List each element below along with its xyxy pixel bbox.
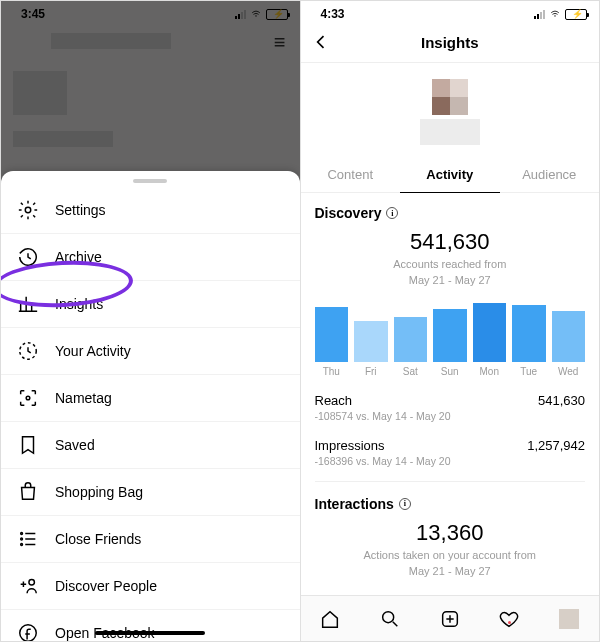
signal-icon — [534, 9, 545, 19]
discovery-total: 541,630 — [315, 229, 586, 255]
menu-discover-people[interactable]: Discover People — [1, 563, 300, 610]
svg-point-5 — [21, 544, 23, 546]
svg-point-4 — [21, 538, 23, 540]
reach-row: Reach 541,630 — [315, 393, 586, 408]
profile-avatar — [301, 79, 600, 149]
chart-x-label: Mon — [473, 366, 507, 377]
menu-insights[interactable]: Insights — [1, 281, 300, 328]
reach-label: Reach — [315, 393, 353, 408]
sheet-handle-icon[interactable] — [133, 179, 167, 183]
add-person-icon — [17, 575, 39, 597]
impressions-value: 1,257,942 — [527, 438, 585, 453]
archive-clock-icon — [17, 246, 39, 268]
tab-content[interactable]: Content — [301, 157, 401, 192]
reach-delta: -108574 vs. May 14 - May 20 — [315, 410, 586, 422]
chart-bar — [354, 321, 388, 362]
home-indicator — [95, 631, 205, 635]
facebook-icon — [17, 622, 39, 641]
menu-label: Insights — [55, 296, 103, 312]
chart-bar — [433, 309, 467, 362]
discovery-sub2: May 21 - May 27 — [315, 273, 586, 287]
home-icon[interactable] — [319, 608, 341, 630]
page-title: Insights — [421, 34, 479, 51]
menu-label: Close Friends — [55, 531, 141, 547]
menu-label: Settings — [55, 202, 106, 218]
insights-tabs: Content Activity Audience — [301, 157, 600, 193]
status-icons: ⚡ — [534, 9, 587, 20]
activity-content: Discovery i 541,630 Accounts reached fro… — [301, 193, 600, 578]
menu-label: Your Activity — [55, 343, 131, 359]
tab-activity[interactable]: Activity — [400, 157, 500, 193]
divider — [315, 481, 586, 482]
reach-value: 541,630 — [538, 393, 585, 408]
interactions-sub1: Actions taken on your account from — [315, 548, 586, 562]
menu-settings[interactable]: Settings — [1, 187, 300, 234]
chart-bar — [473, 303, 507, 362]
profile-tab-icon[interactable] — [558, 608, 580, 630]
chart-bar — [512, 305, 546, 362]
menu-label: Archive — [55, 249, 102, 265]
back-chevron-icon[interactable] — [311, 32, 331, 55]
chart-bar — [315, 307, 349, 362]
menu-shopping-bag[interactable]: Shopping Bag — [1, 469, 300, 516]
shopping-bag-icon — [17, 481, 39, 503]
chart-x-label: Fri — [354, 366, 388, 377]
wifi-icon — [549, 9, 561, 19]
left-screenshot: 3:45 ⚡ ≡ Entrepreneur Settings Archive — [1, 1, 301, 641]
status-bar: 4:33 ⚡ — [301, 1, 600, 23]
interactions-heading: Interactions i — [315, 496, 586, 512]
impressions-row: Impressions 1,257,942 — [315, 438, 586, 453]
section-title: Interactions — [315, 496, 394, 512]
menu-nametag[interactable]: Nametag — [1, 375, 300, 422]
chart-bar — [394, 317, 428, 362]
menu-label: Discover People — [55, 578, 157, 594]
chart-x-label: Sat — [394, 366, 428, 377]
svg-point-6 — [29, 580, 34, 586]
heart-icon[interactable] — [498, 608, 520, 630]
chart-bar — [552, 311, 586, 362]
menu-saved[interactable]: Saved — [1, 422, 300, 469]
nametag-scan-icon — [17, 387, 39, 409]
tab-audience[interactable]: Audience — [500, 157, 600, 192]
status-time: 4:33 — [321, 7, 345, 21]
notification-dot-icon — [508, 621, 511, 624]
insights-header: Insights — [301, 23, 600, 63]
svg-point-3 — [21, 533, 23, 535]
chart-x-label: Sun — [433, 366, 467, 377]
list-icon — [17, 528, 39, 550]
info-icon[interactable]: i — [386, 207, 398, 219]
gear-icon — [17, 199, 39, 221]
menu-label: Shopping Bag — [55, 484, 143, 500]
svg-point-8 — [383, 611, 394, 622]
battery-icon: ⚡ — [565, 9, 587, 20]
svg-point-2 — [26, 396, 30, 400]
interactions-sub2: May 21 - May 27 — [315, 564, 586, 578]
menu-archive[interactable]: Archive — [1, 234, 300, 281]
activity-clock-icon — [17, 340, 39, 362]
info-icon[interactable]: i — [399, 498, 411, 510]
svg-point-7 — [20, 625, 37, 641]
discovery-heading: Discovery i — [315, 205, 586, 221]
chart-x-label: Tue — [512, 366, 546, 377]
add-post-icon[interactable] — [439, 608, 461, 630]
bookmark-icon — [17, 434, 39, 456]
menu-your-activity[interactable]: Your Activity — [1, 328, 300, 375]
discovery-bar-chart — [315, 302, 586, 362]
menu-label: Nametag — [55, 390, 112, 406]
insights-bar-icon — [17, 293, 39, 315]
right-screenshot: 4:33 ⚡ Insights Content Activity Audienc… — [301, 1, 600, 641]
section-title: Discovery — [315, 205, 382, 221]
menu-open-facebook[interactable]: Open Facebook — [1, 610, 300, 641]
discovery-sub1: Accounts reached from — [315, 257, 586, 271]
interactions-total: 13,360 — [315, 520, 586, 546]
svg-point-0 — [25, 207, 31, 213]
menu-sheet: Settings Archive Insights Your Activity … — [1, 171, 300, 641]
chart-x-label: Wed — [552, 366, 586, 377]
impressions-label: Impressions — [315, 438, 385, 453]
bottom-nav — [301, 595, 600, 641]
chart-x-labels: ThuFriSatSunMonTueWed — [315, 366, 586, 377]
menu-close-friends[interactable]: Close Friends — [1, 516, 300, 563]
chart-x-label: Thu — [315, 366, 349, 377]
menu-label: Saved — [55, 437, 95, 453]
search-icon[interactable] — [379, 608, 401, 630]
